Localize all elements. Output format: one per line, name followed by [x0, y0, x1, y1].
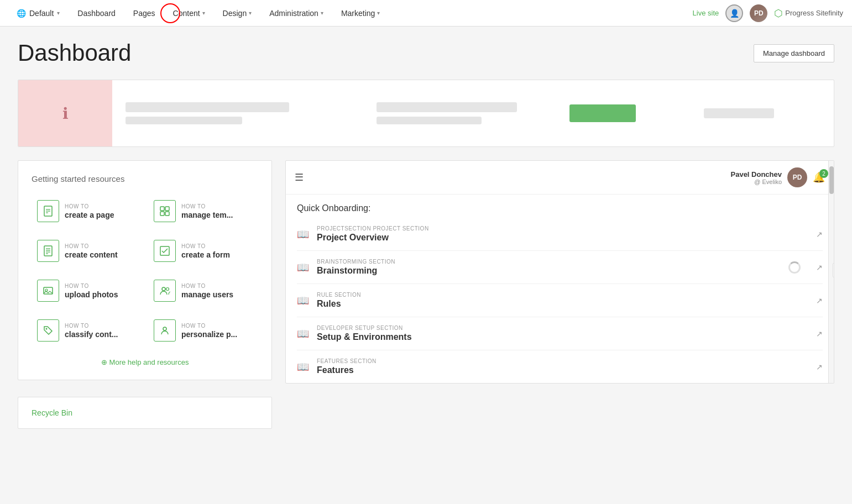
brand-name: Progress Sitefinity [785, 9, 843, 17]
howto-item-personalize[interactable]: HOW TO personalize p... [148, 314, 258, 347]
external-link-icon-brainstorming[interactable]: ↗ [816, 263, 823, 272]
howto-text-create-form: HOW TO create a form [181, 243, 230, 259]
howto-text-classify-content: HOW TO classify cont... [65, 323, 118, 339]
svg-point-15 [45, 289, 48, 291]
howto-item-upload-photos[interactable]: HOW TO upload photos [32, 274, 142, 307]
book-icon-project: 📖 [297, 228, 309, 240]
book-icon-setup: 📖 [297, 328, 309, 340]
qo-item-name-brainstorming: Brainstorming [317, 266, 808, 276]
main-content: Dashboard Manage dashboard ℹ [0, 27, 852, 442]
nav-right: Live site 👤 PD ⬡ Progress Sitefinity [693, 4, 843, 22]
howto-item-create-page[interactable]: HOW TO create a page [32, 195, 142, 228]
recycle-bin-link[interactable]: Recycle Bin [32, 408, 72, 417]
banner-text-blur-4 [377, 117, 482, 124]
qo-item-brainstorming[interactable]: 📖 BRAINSTORMING SECTION Brainstorming ↗ [297, 251, 823, 284]
qo-avatar[interactable]: PD [787, 167, 807, 187]
howto-item-create-form[interactable]: HOW TO create a form [148, 234, 258, 267]
getting-started-card: Getting started resources HOW TO create [18, 160, 272, 380]
more-resources-link[interactable]: ⊕ More help and resources [32, 358, 258, 366]
nav-item-pages[interactable]: Pages [126, 0, 163, 27]
svg-point-17 [166, 288, 169, 291]
qo-list: 📖 PROJECTSECTION PROJECT SECTION Project… [286, 218, 834, 383]
live-site-link[interactable]: Live site [693, 9, 719, 17]
nav-item-dashboard[interactable]: Dashboard [70, 0, 123, 27]
svg-rect-7 [165, 212, 169, 216]
notification-badge: 2 [819, 169, 828, 178]
qo-item-text-setup: DEVELOPER SETUP SECTION Setup & Environm… [317, 325, 808, 342]
user-avatar-2[interactable]: PD [750, 4, 767, 22]
qo-item-text-brainstorming: BRAINSTORMING SECTION Brainstorming [317, 259, 808, 276]
nav-left: 🌐 Default ▾ Dashboard Pages Content ▾ De… [9, 0, 693, 27]
qo-item-name-setup: Setup & Environments [317, 332, 808, 342]
getting-started-title: Getting started resources [32, 174, 258, 183]
qo-item-section-brainstorming: BRAINSTORMING SECTION [317, 259, 808, 265]
howto-item-create-content[interactable]: HOW TO create content [32, 234, 142, 267]
manage-dashboard-button[interactable]: Manage dashboard [754, 44, 834, 62]
banner-info-icon: ℹ [62, 104, 69, 123]
howto-item-manage-templates[interactable]: HOW TO manage tem... [148, 195, 258, 228]
avatar-photo: PD [750, 4, 767, 22]
nav-item-default[interactable]: 🌐 Default ▾ [9, 0, 67, 27]
two-column-layout: Getting started resources HOW TO create [18, 160, 834, 384]
notification-bell[interactable]: 🔔 2 [813, 171, 825, 183]
qo-item-text-features: FEATURES SECTION Features [317, 358, 808, 375]
page-title: Dashboard [18, 40, 131, 66]
qo-item-name-features: Features [317, 365, 808, 375]
top-nav: 🌐 Default ▾ Dashboard Pages Content ▾ De… [0, 0, 852, 27]
qo-item-setup-environments[interactable]: 📖 DEVELOPER SETUP SECTION Setup & Enviro… [297, 317, 823, 350]
qo-item-section-features: FEATURES SECTION [317, 358, 808, 364]
scrollbar-thumb[interactable] [829, 166, 834, 194]
howto-item-classify-content[interactable]: HOW TO classify cont... [32, 314, 142, 347]
qo-item-features[interactable]: 📖 FEATURES SECTION Features ↗ [297, 350, 823, 383]
external-link-icon-features[interactable]: ↗ [816, 363, 823, 371]
howto-text-manage-users: HOW TO manage users [181, 283, 233, 299]
quick-onboarding-title: Quick Onboarding: [297, 203, 370, 213]
sidebar-collapse-toggle[interactable]: ≡ [833, 263, 834, 277]
nav-pages-label: Pages [133, 9, 155, 18]
external-link-icon-setup[interactable]: ↗ [816, 329, 823, 338]
nav-item-administration[interactable]: Administration ▾ [262, 0, 331, 27]
howto-icon-manage-templates [154, 200, 176, 222]
qo-user-info: Pavel Donchev @ Eveliko [731, 170, 782, 185]
brand-logo: ⬡ Progress Sitefinity [774, 7, 843, 19]
nav-default-label: Default [29, 9, 54, 18]
banner-cta-area [569, 104, 686, 122]
quick-onboarding-card: ☰ Pavel Donchev @ Eveliko PD 🔔 2 [285, 160, 834, 384]
svg-point-18 [46, 328, 48, 330]
banner-pink-area: ℹ [18, 80, 112, 146]
banner-content [112, 80, 834, 146]
qo-item-project-overview[interactable]: 📖 PROJECTSECTION PROJECT SECTION Project… [297, 218, 823, 251]
howto-icon-classify-content [37, 319, 59, 342]
user-avatar-1[interactable]: 👤 [725, 4, 743, 22]
nav-item-design[interactable]: Design ▾ [215, 0, 260, 27]
hamburger-icon[interactable]: ☰ [295, 171, 304, 183]
loading-spinner [788, 261, 801, 274]
nav-content-label: Content [173, 9, 200, 18]
book-icon-features: 📖 [297, 361, 309, 373]
banner-text-blur-5 [704, 108, 774, 118]
progress-sitefinity-icon: ⬡ [774, 7, 783, 19]
nav-item-content[interactable]: Content ▾ [165, 0, 213, 27]
howto-text-create-content: HOW TO create content [65, 243, 118, 259]
qo-user-section: Pavel Donchev @ Eveliko PD 🔔 2 [731, 167, 825, 187]
external-link-icon-project[interactable]: ↗ [816, 230, 823, 239]
banner-text-blur-1 [126, 102, 289, 112]
howto-text-manage-templates: HOW TO manage tem... [181, 203, 233, 219]
external-link-icon-rules[interactable]: ↗ [816, 296, 823, 305]
banner-cta-button-blur [569, 104, 636, 122]
howto-item-manage-users[interactable]: HOW TO manage users [148, 274, 258, 307]
chevron-down-icon: ▾ [57, 10, 60, 16]
howto-text-personalize: HOW TO personalize p... [181, 323, 237, 339]
nav-design-label: Design [223, 9, 247, 18]
qo-item-name-project: Project Overview [317, 233, 808, 243]
recycle-bin-card: Recycle Bin [18, 397, 272, 429]
qo-header: ☰ Pavel Donchev @ Eveliko PD 🔔 2 [286, 161, 834, 195]
nav-item-marketing[interactable]: Marketing ▾ [333, 0, 388, 27]
howto-icon-create-content [37, 240, 59, 262]
qo-item-rules[interactable]: 📖 RULE SECTION Rules ↗ [297, 284, 823, 317]
svg-rect-6 [160, 212, 164, 216]
howto-icon-personalize [154, 319, 176, 342]
svg-rect-5 [165, 207, 169, 211]
nav-marketing-label: Marketing [341, 9, 375, 18]
svg-point-16 [162, 287, 165, 291]
